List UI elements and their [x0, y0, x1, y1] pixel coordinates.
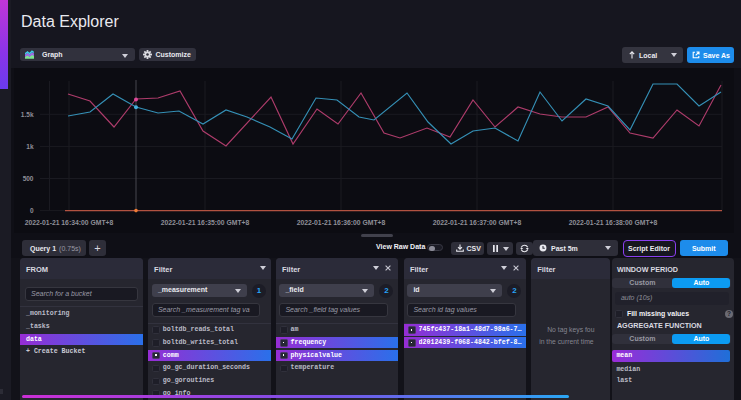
svg-text:1k: 1k [26, 143, 34, 150]
svg-text:2022-01-21 16:36:00 GMT+8: 2022-01-21 16:36:00 GMT+8 [297, 219, 386, 226]
svg-text:1.5k: 1.5k [21, 111, 34, 118]
svg-text:0: 0 [30, 207, 34, 214]
svg-text:2022-01-21 16:38:00 GMT+8: 2022-01-21 16:38:00 GMT+8 [569, 219, 658, 226]
svg-text:2022-01-21 16:35:00 GMT+8: 2022-01-21 16:35:00 GMT+8 [161, 219, 250, 226]
svg-text:2022-01-21 16:34:00 GMT+8: 2022-01-21 16:34:00 GMT+8 [25, 219, 114, 226]
svg-text:500: 500 [23, 175, 34, 182]
svg-text:2022-01-21 16:37:00 GMT+8: 2022-01-21 16:37:00 GMT+8 [433, 219, 522, 226]
